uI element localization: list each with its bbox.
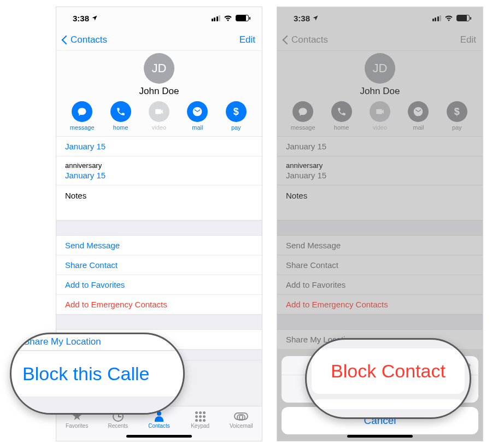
send-message-link[interactable]: Send Message [277, 236, 483, 255]
mag-block-caller-text: Block this Calle [11, 351, 183, 397]
action-home[interactable]: home [104, 101, 137, 131]
add-emergency-link[interactable]: Add to Emergency Contacts [56, 295, 262, 315]
mail-icon [192, 106, 203, 117]
action-video: video [364, 101, 396, 131]
share-contact-link[interactable]: Share Contact [277, 255, 483, 275]
home-label: home [334, 124, 349, 131]
phone-icon [116, 107, 126, 117]
back-label: Contacts [71, 34, 107, 45]
mail-label: mail [192, 124, 203, 131]
action-mail[interactable]: mail [402, 101, 435, 131]
contact-name: John Doe [56, 86, 262, 97]
send-message-link[interactable]: Send Message [56, 236, 262, 255]
nav-bar: Contacts Edit [56, 29, 262, 51]
add-favorites-link[interactable]: Add to Favorites [277, 275, 483, 295]
mag-share-location: Share My Location [11, 334, 183, 351]
section-gap [56, 315, 262, 330]
anniversary-cell[interactable]: anniversary January 15 [56, 156, 262, 185]
home-indicator[interactable] [347, 435, 413, 438]
back-label: Contacts [291, 34, 328, 45]
location-icon [91, 15, 98, 21]
section-gap [277, 220, 483, 236]
date-cell[interactable]: January 15 [56, 137, 262, 156]
anniversary-date: January 15 [286, 171, 474, 180]
phone-icon [337, 107, 347, 117]
anniversary-label: anniversary [65, 161, 253, 170]
anniversary-date: January 15 [65, 171, 253, 180]
battery-icon [236, 15, 249, 21]
action-video: video [143, 101, 175, 131]
tab-keypad[interactable]: Keypad [180, 410, 221, 429]
nav-bar: Contacts Edit [277, 29, 483, 51]
action-mail[interactable]: mail [181, 101, 214, 131]
notes-label: Notes [65, 191, 86, 200]
chevron-left-icon [283, 35, 292, 44]
share-contact-link[interactable]: Share Contact [56, 255, 262, 275]
pay-label: pay [452, 124, 462, 131]
date-cell[interactable]: January 15 [277, 137, 483, 156]
video-icon [154, 107, 164, 117]
anniversary-cell[interactable]: anniversary January 15 [277, 156, 483, 185]
chevron-left-icon [62, 35, 71, 44]
notes-cell[interactable]: Notes [56, 185, 262, 220]
video-label: video [373, 124, 387, 131]
pay-icon: $ [233, 106, 239, 118]
contact-details-list: January 15 anniversary January 15 Notes … [56, 137, 262, 360]
action-pay[interactable]: $ pay [220, 101, 253, 131]
back-button[interactable]: Contacts [284, 34, 328, 45]
avatar: JD [365, 53, 395, 84]
section-gap [277, 315, 483, 330]
voicemail-icon [234, 412, 248, 420]
tab-voicemail-label: Voicemail [230, 423, 253, 429]
magnifier-block-contact: Block Contact [305, 338, 471, 419]
battery-icon [456, 15, 470, 21]
magnifier-block-caller: Share My Location Block this Calle [10, 333, 185, 415]
action-message[interactable]: message [286, 101, 319, 131]
notes-cell[interactable]: Notes [277, 185, 483, 220]
status-time: 3:38 [73, 14, 89, 23]
status-time: 3:38 [294, 14, 310, 23]
action-message[interactable]: message [66, 101, 98, 131]
avatar: JD [144, 53, 174, 84]
message-label: message [70, 124, 95, 131]
mail-icon [413, 106, 424, 117]
status-bar: 3:38 [277, 7, 483, 29]
home-label: home [113, 124, 128, 131]
edit-button[interactable]: Edit [239, 34, 255, 45]
action-home[interactable]: home [325, 101, 358, 131]
notes-label: Notes [286, 191, 307, 200]
date-value: January 15 [65, 142, 253, 151]
contact-header: JD John Doe message home video mail $ pa… [56, 51, 262, 137]
section-gap [56, 220, 262, 236]
tab-voicemail[interactable]: Voicemail [221, 410, 262, 429]
message-icon [298, 107, 308, 117]
video-label: video [152, 124, 166, 131]
contact-header: JD John Doe message home video mail $pay [277, 51, 483, 137]
mag-block-contact-text: Block Contact [312, 348, 465, 394]
edit-button[interactable]: Edit [460, 34, 476, 45]
video-icon [375, 107, 385, 117]
pay-icon: $ [454, 106, 460, 118]
anniversary-label: anniversary [286, 161, 474, 170]
message-label: message [291, 124, 315, 131]
tab-contacts-label: Contacts [148, 423, 169, 429]
wifi-icon [444, 15, 453, 21]
wifi-icon [224, 15, 232, 21]
cell-signal-icon [432, 15, 442, 21]
tab-favorites-label: Favorites [66, 423, 88, 429]
action-pay[interactable]: $pay [441, 101, 473, 131]
add-favorites-link[interactable]: Add to Favorites [56, 275, 262, 295]
contact-name: John Doe [277, 86, 483, 97]
date-value: January 15 [286, 142, 474, 151]
message-icon [77, 107, 87, 117]
keypad-icon [195, 411, 206, 422]
back-button[interactable]: Contacts [63, 34, 107, 45]
pay-label: pay [231, 124, 241, 131]
location-icon [312, 15, 319, 21]
add-emergency-link[interactable]: Add to Emergency Contacts [277, 295, 483, 315]
contact-details-list: January 15 anniversary January 15 Notes … [277, 137, 483, 350]
home-indicator[interactable] [126, 435, 192, 438]
tab-keypad-label: Keypad [191, 423, 209, 429]
cell-signal-icon [212, 15, 221, 21]
status-bar: 3:38 [56, 7, 262, 29]
